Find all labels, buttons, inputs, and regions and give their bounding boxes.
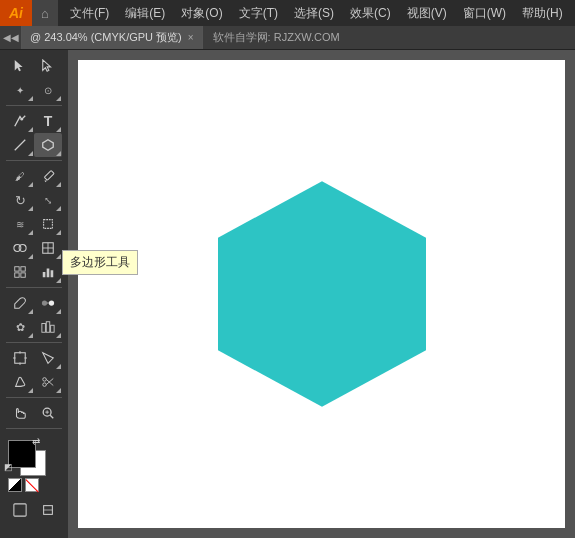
canvas-white[interactable]: [78, 60, 565, 528]
eraser-tool[interactable]: [6, 370, 34, 394]
blend-tool[interactable]: [34, 291, 62, 315]
svg-rect-23: [42, 324, 46, 333]
polygon-tool[interactable]: [34, 133, 62, 157]
perspective-grid-tool[interactable]: [34, 236, 62, 260]
tab-site-info: 软件自学网: RJZXW.COM: [203, 26, 575, 49]
toolbar: ✦ ⊙ T: [0, 50, 68, 538]
tab-bar: ◀◀ @ 243.04% (CMYK/GPU 预览) × 软件自学网: RJZX…: [0, 26, 575, 50]
svg-marker-0: [15, 60, 23, 71]
free-transform-tool[interactable]: [34, 212, 62, 236]
svg-marker-4: [43, 140, 54, 151]
toolbar-row-13: [0, 370, 68, 394]
home-icon[interactable]: ⌂: [32, 0, 58, 26]
lasso-tool[interactable]: ⊙: [34, 78, 62, 102]
rotate-tool[interactable]: ↻: [6, 188, 34, 212]
svg-rect-18: [47, 269, 50, 278]
toolbar-row-7: ≋: [0, 212, 68, 236]
change-screen-mode[interactable]: [6, 498, 34, 522]
color-mode-icons: [8, 478, 39, 492]
svg-point-9: [19, 245, 26, 252]
svg-point-21: [49, 300, 54, 305]
direct-selection-tool[interactable]: [34, 54, 62, 78]
eyedropper-tool[interactable]: [6, 291, 34, 315]
toolbar-sep-1: [6, 105, 62, 106]
svg-rect-39: [14, 504, 26, 516]
toolbar-row-12: [0, 346, 68, 370]
none-color-icon[interactable]: [25, 478, 39, 492]
swap-colors-icon[interactable]: ⇄: [32, 436, 40, 447]
menu-file[interactable]: 文件(F): [62, 0, 117, 26]
active-tab[interactable]: @ 243.04% (CMYK/GPU 预览) ×: [22, 26, 203, 49]
menu-type[interactable]: 文字(T): [231, 0, 286, 26]
hand-tool[interactable]: [6, 401, 34, 425]
menu-select[interactable]: 选择(S): [286, 0, 342, 26]
pencil-tool[interactable]: [34, 164, 62, 188]
app-logo: Ai: [0, 0, 32, 26]
type-tool[interactable]: T: [34, 109, 62, 133]
menu-edit[interactable]: 编辑(E): [117, 0, 173, 26]
menu-object[interactable]: 对象(O): [173, 0, 230, 26]
menu-items: 文件(F) 编辑(E) 对象(O) 文字(T) 选择(S) 效果(C) 视图(V…: [62, 0, 571, 26]
toolbar-row-1: [0, 54, 68, 78]
menu-effect[interactable]: 效果(C): [342, 0, 399, 26]
tab-scroll-left[interactable]: ◀◀: [0, 26, 22, 49]
mesh-tool[interactable]: [6, 260, 34, 284]
gradient-icon[interactable]: [8, 478, 22, 492]
svg-rect-19: [51, 270, 54, 277]
canvas-area: [68, 50, 575, 538]
artboard-tool[interactable]: [6, 346, 34, 370]
svg-rect-26: [15, 353, 26, 364]
svg-marker-42: [218, 181, 426, 406]
toolbar-row-9: [0, 260, 68, 284]
svg-line-33: [46, 379, 53, 385]
slice-tool[interactable]: [34, 346, 62, 370]
full-screen-mode[interactable]: [34, 498, 62, 522]
reset-colors-icon[interactable]: ◩: [4, 462, 13, 472]
svg-line-36: [50, 415, 53, 418]
toolbar-row-3: T: [0, 109, 68, 133]
shape-builder-tool[interactable]: [6, 236, 34, 260]
warp-tool[interactable]: ≋: [6, 212, 34, 236]
toolbar-row-11: ✿: [0, 315, 68, 339]
paintbrush-tool[interactable]: 🖌: [6, 164, 34, 188]
selection-tool[interactable]: [6, 54, 34, 78]
symbol-sprayer-tool[interactable]: ✿: [6, 315, 34, 339]
color-swatch-area: ⇄ ◩: [4, 436, 64, 494]
toolbar-row-2: ✦ ⊙: [0, 78, 68, 102]
line-segment-tool[interactable]: [6, 133, 34, 157]
pen-tool[interactable]: [6, 109, 34, 133]
svg-rect-13: [15, 267, 19, 271]
tab-close-button[interactable]: ×: [188, 32, 194, 43]
column-graph-tool[interactable]: [34, 315, 62, 339]
svg-point-31: [43, 378, 47, 382]
scissors-tool[interactable]: [34, 370, 62, 394]
svg-rect-15: [15, 273, 19, 277]
toolbar-row-8: [0, 236, 68, 260]
svg-rect-17: [43, 272, 46, 277]
toolbar-row-5: 🖌: [0, 164, 68, 188]
svg-marker-1: [43, 60, 51, 71]
magic-wand-tool[interactable]: ✦: [6, 78, 34, 102]
bar-graph-tool[interactable]: [34, 260, 62, 284]
toolbar-sep-3: [6, 287, 62, 288]
svg-point-20: [42, 300, 47, 305]
toolbar-sep-2: [6, 160, 62, 161]
menu-help[interactable]: 帮助(H): [514, 0, 571, 26]
menu-view[interactable]: 视图(V): [399, 0, 455, 26]
svg-point-2: [20, 118, 23, 121]
menu-window[interactable]: 窗口(W): [455, 0, 514, 26]
svg-rect-24: [46, 322, 50, 333]
svg-rect-16: [21, 273, 25, 277]
svg-line-3: [15, 140, 26, 151]
toolbar-row-14: [0, 401, 68, 425]
toolbar-sep-4: [6, 342, 62, 343]
hexagon-shape[interactable]: [172, 164, 472, 424]
svg-rect-7: [44, 220, 53, 229]
svg-rect-5: [44, 170, 54, 180]
svg-rect-14: [21, 267, 25, 271]
svg-marker-6: [45, 180, 48, 182]
scale-tool[interactable]: ⤡: [34, 188, 62, 212]
menu-bar: Ai ⌂ 文件(F) 编辑(E) 对象(O) 文字(T) 选择(S) 效果(C)…: [0, 0, 575, 26]
zoom-tool[interactable]: [34, 401, 62, 425]
toolbar-row-4: [0, 133, 68, 157]
